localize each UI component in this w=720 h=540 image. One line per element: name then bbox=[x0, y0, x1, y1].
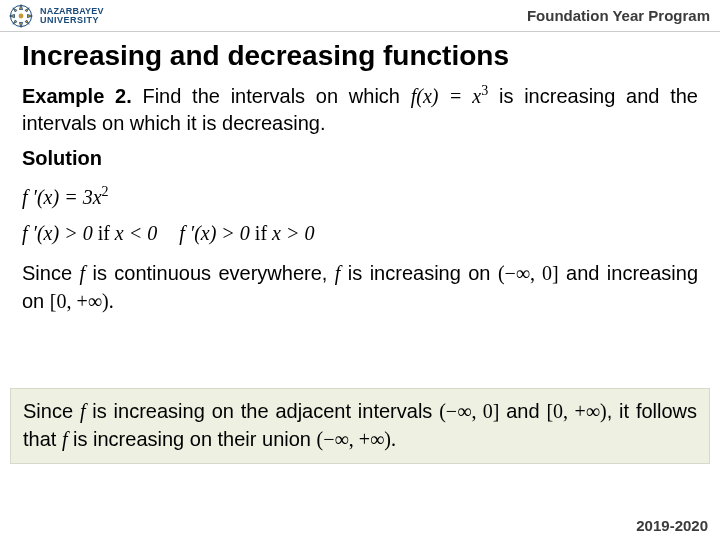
logo-line2: UNIVERSITY bbox=[40, 16, 104, 25]
svg-marker-7 bbox=[25, 7, 29, 11]
top-bar: NAZARBAYEV UNIVERSITY Foundation Year Pr… bbox=[0, 0, 720, 32]
solution-label: Solution bbox=[22, 147, 698, 170]
content-area: Increasing and decreasing functions Exam… bbox=[22, 40, 698, 315]
university-logo: NAZARBAYEV UNIVERSITY bbox=[8, 3, 104, 29]
slide-title: Increasing and decreasing functions bbox=[22, 40, 698, 72]
svg-marker-6 bbox=[13, 7, 17, 11]
example-fx: f(x) = x3 bbox=[411, 85, 489, 107]
svg-point-1 bbox=[19, 13, 24, 18]
program-name: Foundation Year Program bbox=[527, 7, 710, 24]
conclusion-callout: Since f is increasing on the adjacent in… bbox=[10, 388, 710, 464]
sign-line: f ′(x) > 0 if x < 0f ′(x) > 0 if x > 0 bbox=[22, 222, 698, 245]
logo-text: NAZARBAYEV UNIVERSITY bbox=[40, 7, 104, 25]
since-paragraph: Since f is continuous everywhere, f is i… bbox=[22, 259, 698, 315]
svg-marker-8 bbox=[13, 20, 17, 24]
footer-year: 2019-2020 bbox=[636, 517, 708, 534]
derivative-line: f ′(x) = 3x2 bbox=[22, 184, 698, 209]
example-statement: Example 2. Find the intervals on which f… bbox=[22, 82, 698, 137]
slide: NAZARBAYEV UNIVERSITY Foundation Year Pr… bbox=[0, 0, 720, 540]
example-text-before: Find the intervals on which bbox=[132, 85, 411, 107]
svg-marker-9 bbox=[25, 20, 29, 24]
logo-emblem-icon bbox=[8, 3, 34, 29]
example-label: Example 2. bbox=[22, 85, 132, 107]
